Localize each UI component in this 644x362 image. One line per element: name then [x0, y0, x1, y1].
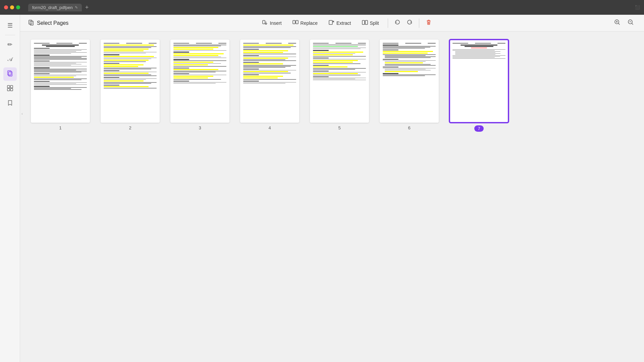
replace-button[interactable]: Replace — [288, 17, 322, 29]
edit-icon[interactable]: ✎ — [75, 5, 78, 10]
rotate-left-icon — [394, 19, 401, 27]
sidebar-item-annotate[interactable]: ✏ — [3, 38, 17, 51]
page-item-3[interactable]: 3 — [170, 40, 229, 132]
svg-rect-5 — [10, 88, 13, 91]
current-tab[interactable]: form20_draft_pdfpen ✎ — [28, 4, 82, 11]
zoom-out-button[interactable] — [625, 18, 636, 28]
page-item-4[interactable]: 4 — [240, 40, 299, 132]
replace-icon — [292, 19, 299, 27]
svg-rect-2 — [7, 85, 10, 88]
page-thumb-4[interactable] — [240, 40, 299, 123]
edit-text-icon: 𝒜 — [8, 56, 12, 62]
page-thumb-6[interactable] — [380, 40, 439, 123]
delete-button[interactable] — [423, 18, 434, 28]
page-thumb-2[interactable] — [101, 40, 160, 123]
page-number-3: 3 — [199, 125, 201, 130]
page-number-7: 7 — [474, 125, 483, 132]
svg-rect-11 — [329, 20, 332, 24]
page-number-4: 4 — [268, 125, 271, 130]
app-icon: ⬛ — [635, 5, 640, 10]
rotate-right-button[interactable] — [404, 18, 415, 28]
rotate-right-icon — [406, 19, 413, 27]
sidebar-item-bookmarks[interactable] — [3, 97, 17, 110]
pages-icon — [7, 70, 13, 78]
close-button[interactable] — [4, 5, 8, 9]
page-thumb-5[interactable] — [310, 40, 369, 123]
svg-rect-4 — [7, 88, 10, 91]
split-button[interactable]: Split — [357, 17, 384, 29]
maximize-button[interactable] — [16, 5, 20, 9]
svg-rect-9 — [293, 20, 295, 24]
split-label: Split — [370, 20, 379, 26]
toolbar-title-text: Select Pages — [37, 20, 68, 26]
replace-label: Replace — [301, 20, 318, 26]
sidebar-item-thumbnails[interactable] — [3, 82, 17, 96]
sidebar: ☰ ✏ 𝒜 — [0, 15, 20, 362]
svg-rect-10 — [296, 20, 298, 24]
titlebar: form20_draft_pdfpen ✎ + ⬛ — [0, 0, 644, 15]
page-thumb-7[interactable] — [449, 40, 508, 123]
page-item-1[interactable]: 1 — [31, 40, 90, 132]
sidebar-item-pages[interactable] — [3, 67, 17, 81]
page-thumb-1[interactable] — [31, 40, 90, 123]
page-number-2: 2 — [129, 125, 131, 130]
svg-rect-12 — [362, 20, 365, 24]
page-item-2[interactable]: 2 — [101, 40, 160, 132]
pages-grid: 1 — [31, 40, 633, 132]
insert-button[interactable]: Insert — [257, 17, 286, 29]
page-number-1: 1 — [59, 125, 61, 130]
page-item-6[interactable]: 6 — [380, 40, 439, 132]
page-thumb-3[interactable] — [170, 40, 229, 123]
page-number-6: 6 — [408, 125, 410, 130]
thumbnails-icon — [7, 85, 13, 93]
add-tab-button[interactable]: + — [83, 4, 91, 11]
toolbar-title-area: Select Pages — [28, 19, 68, 27]
toolbar-actions: Insert Replace — [79, 17, 612, 29]
svg-rect-0 — [8, 71, 11, 75]
split-icon — [362, 19, 368, 27]
zoom-in-button[interactable] — [612, 18, 623, 28]
annotate-icon: ✏ — [7, 41, 12, 48]
sidebar-collapse-arrow[interactable]: ‹ — [20, 109, 24, 119]
extract-icon — [328, 19, 334, 27]
zoom-in-icon — [614, 19, 621, 27]
select-pages-icon — [28, 19, 34, 27]
sidebar-divider-1 — [5, 35, 15, 35]
svg-rect-13 — [365, 20, 368, 24]
tab-label: form20_draft_pdfpen — [32, 5, 73, 10]
delete-icon — [425, 19, 432, 27]
left-panel: ☰ ✏ 𝒜 — [0, 15, 20, 362]
traffic-lights — [4, 5, 20, 9]
separator-1 — [388, 18, 388, 28]
separator-2 — [419, 18, 419, 28]
sidebar-item-edit-text[interactable]: 𝒜 — [3, 53, 17, 66]
insert-icon — [262, 19, 268, 27]
insert-label: Insert — [270, 20, 282, 26]
minimize-button[interactable] — [10, 5, 14, 9]
sidebar-item-menu[interactable]: ☰ — [3, 19, 17, 32]
zoom-out-icon — [627, 19, 634, 27]
toolbar: Select Pages Insert — [20, 15, 644, 32]
rotate-left-button[interactable] — [392, 18, 403, 28]
svg-rect-1 — [9, 72, 12, 76]
app-logo: ⬛ — [635, 5, 640, 10]
svg-rect-3 — [10, 85, 13, 88]
tab-area: form20_draft_pdfpen ✎ + — [28, 4, 91, 11]
page-item-7[interactable]: 7 — [449, 40, 508, 132]
page-item-5[interactable]: 5 — [310, 40, 369, 132]
toolbar-right — [612, 18, 636, 28]
bookmarks-icon — [7, 100, 13, 108]
extract-label: Extract — [336, 20, 351, 26]
pages-content: 1 — [20, 32, 644, 362]
extract-button[interactable]: Extract — [324, 17, 356, 29]
svg-rect-8 — [263, 20, 265, 24]
app-body: ☰ ✏ 𝒜 — [0, 15, 644, 362]
page-number-5: 5 — [338, 125, 340, 130]
menu-icon: ☰ — [7, 22, 13, 29]
